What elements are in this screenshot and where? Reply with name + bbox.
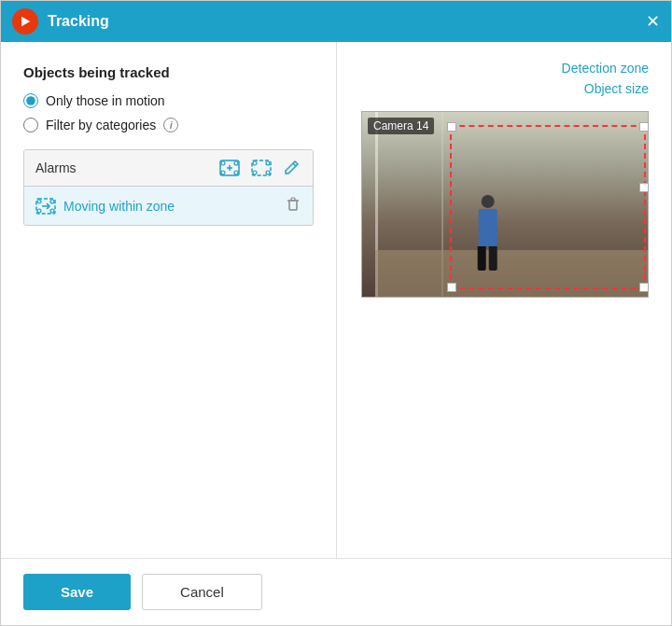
svg-point-17 [37, 209, 41, 213]
camera-label: Camera 14 [368, 118, 434, 134]
svg-point-16 [50, 200, 54, 203]
zone-handle-tl[interactable] [447, 122, 456, 132]
person-leg-right [489, 246, 497, 271]
close-button[interactable]: ✕ [646, 13, 660, 30]
alarm-item: Moving within zone [24, 187, 313, 225]
titlebar: Tracking ✕ [1, 1, 671, 42]
svg-point-11 [253, 171, 257, 174]
svg-rect-8 [252, 160, 271, 175]
svg-rect-20 [291, 198, 295, 201]
radio-categories-text: Filter by categories [46, 118, 156, 132]
rename-button[interactable] [281, 158, 301, 178]
radio-motion[interactable] [23, 93, 38, 108]
detection-zone-link[interactable]: Detection zone [562, 61, 649, 76]
alarm-header: Alarms [24, 150, 313, 187]
radio-motion-label[interactable]: Only those in motion [23, 93, 314, 108]
save-button[interactable]: Save [23, 574, 131, 610]
svg-point-18 [50, 209, 54, 213]
svg-point-15 [37, 200, 41, 203]
svg-point-5 [234, 171, 238, 174]
alarm-item-left: Moving within zone [35, 198, 175, 215]
alarm-header-icons [217, 158, 301, 178]
camera-scene [362, 112, 648, 297]
delete-alarm-button[interactable] [285, 196, 301, 216]
window-title: Tracking [48, 13, 646, 30]
zone-handle-rt[interactable] [639, 183, 649, 192]
svg-point-9 [253, 161, 257, 165]
person-body [478, 209, 497, 246]
main-content: Objects being tracked Only those in moti… [1, 42, 671, 558]
logo-icon [18, 14, 33, 29]
edit-zone-icon [251, 160, 272, 176]
svg-point-10 [266, 161, 270, 165]
alarm-item-label: Moving within zone [63, 199, 175, 214]
svg-line-13 [293, 163, 296, 166]
pencil-icon [283, 160, 300, 176]
zone-handle-tr[interactable] [639, 122, 649, 132]
add-zone-icon [219, 160, 240, 176]
cancel-button[interactable]: Cancel [142, 574, 262, 610]
moving-zone-icon [35, 198, 56, 215]
svg-point-2 [221, 161, 225, 165]
person-head [481, 195, 494, 208]
hallway-floor [375, 250, 648, 297]
radio-categories-label[interactable]: Filter by categories i [23, 118, 314, 132]
left-panel: Objects being tracked Only those in moti… [1, 42, 337, 558]
svg-point-4 [221, 171, 225, 174]
alarm-header-label: Alarms [35, 160, 77, 175]
svg-point-12 [266, 171, 270, 174]
alarm-list-container: Alarms [23, 149, 314, 226]
camera-preview: Camera 14 [361, 111, 649, 298]
radio-motion-text: Only those in motion [46, 93, 165, 108]
add-zone-button[interactable] [217, 158, 242, 178]
tracking-options: Only those in motion Filter by categorie… [23, 93, 314, 132]
person-silhouette [478, 195, 497, 271]
info-icon[interactable]: i [163, 118, 178, 132]
moving-within-zone-icon [35, 198, 56, 215]
person-leg-left [478, 246, 486, 271]
footer: Save Cancel [1, 558, 671, 625]
right-links: Detection zone Object size [562, 61, 649, 96]
app-logo [12, 8, 38, 35]
trash-icon [285, 196, 301, 213]
tracking-window: Tracking ✕ Objects being tracked Only th… [0, 0, 672, 626]
person-legs [478, 246, 497, 271]
object-size-link[interactable]: Object size [584, 81, 649, 96]
edit-zone-button[interactable] [249, 158, 273, 178]
section-title: Objects being tracked [23, 64, 314, 80]
svg-point-3 [234, 161, 238, 165]
right-panel: Detection zone Object size Camera 14 [337, 42, 671, 558]
radio-categories[interactable] [23, 118, 38, 132]
svg-marker-0 [21, 17, 30, 27]
